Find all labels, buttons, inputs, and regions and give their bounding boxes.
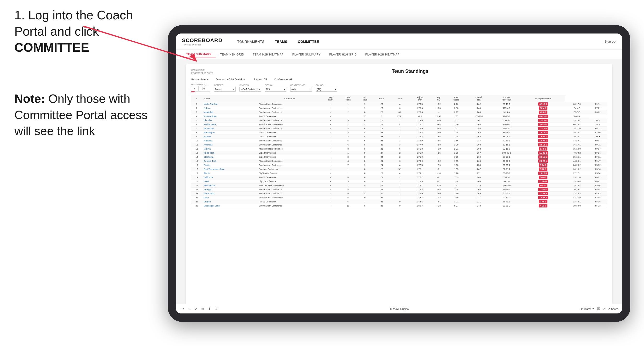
conference-filter: Conference: All: [274, 78, 293, 81]
table-cell: 4: [391, 171, 409, 175]
sub-nav-team-h2h-grid[interactable]: TEAM H2H GRID: [216, 52, 248, 57]
col-avg-sg: Avg.SG: [431, 95, 447, 102]
min-val-box[interactable]: 4: [191, 86, 199, 91]
view-original-btn[interactable]: ⊞ View: Original: [390, 307, 409, 310]
sub-nav-player-h2h-grid[interactable]: PLAYER H2H GRID: [325, 52, 361, 57]
table-cell: -3.5: [431, 151, 447, 155]
table-cell: 33-25-2: [521, 123, 566, 127]
division-select[interactable]: NCAA Division I ▾: [240, 87, 261, 92]
table-cell: 42-16-0: [521, 102, 566, 106]
table-cell: -3.1: [431, 200, 447, 204]
table-cell: 83-15-0: [492, 147, 521, 151]
table-cell: 276.9: [409, 155, 431, 159]
table-cell: -5.5: [431, 127, 447, 131]
table-cell: 1.90: [447, 143, 466, 147]
watch-btn[interactable]: 👁 Watch ▾: [580, 307, 594, 310]
table-cell: 12: [191, 147, 202, 151]
table-cell: 273.5: [409, 102, 431, 106]
clock-icon[interactable]: ⏱: [214, 307, 218, 311]
table-cell: 68.38: [589, 200, 607, 204]
nav-tournaments[interactable]: TOURNAMENTS: [232, 38, 270, 45]
undo-icon[interactable]: ↩: [180, 307, 185, 311]
table-cell: 100-27-1: [466, 114, 492, 118]
table-cell: 269: [466, 179, 492, 183]
table-row: 6Florida StateAtlantic Coast Conference–…: [191, 123, 607, 127]
refresh-icon[interactable]: ⟳: [194, 307, 198, 311]
table-cell: 3: [391, 139, 409, 143]
table-cell: 29-15-1: [566, 118, 589, 123]
table-cell: 60-39-2: [492, 204, 521, 208]
table-cell: 30-4-0: [521, 106, 566, 110]
table-cell: 60.71: [589, 143, 607, 147]
logo-text: SCOREBOARD: [182, 37, 222, 43]
region-select[interactable]: N/A ▾: [265, 87, 286, 92]
table-cell: 9: [191, 135, 202, 139]
table-cell: 271: [466, 200, 492, 204]
table-cell: –: [322, 143, 340, 147]
table-cell: 6: [340, 143, 357, 147]
table-cell: 23: [373, 131, 391, 135]
table-cell: 29-21-0: [566, 175, 589, 179]
table-cell: 8: [357, 143, 373, 147]
nav-teams[interactable]: TEAMS: [270, 38, 293, 45]
max-val-box[interactable]: 30: [200, 86, 207, 91]
sub-nav-team-h2h-heatmap[interactable]: TEAM H2H HEATMAP: [248, 52, 288, 57]
conference-select[interactable]: (All) ▾: [290, 87, 312, 92]
table-cell: 63.3: [589, 135, 607, 139]
table-cell: 20-39-1: [566, 187, 589, 192]
table-cell: 27: [373, 123, 391, 127]
table-cell: 61-21-0: [492, 127, 521, 131]
col-overall: OverallRd.: [466, 95, 492, 102]
table-cell: 270: [466, 204, 492, 208]
expand-btn[interactable]: ⤢: [603, 307, 605, 310]
download-icon[interactable]: ⬇: [207, 307, 212, 311]
gender-filter: Gender: Men's: [191, 78, 209, 81]
table-cell: 17-33-4: [521, 179, 566, 183]
redo-icon[interactable]: ↪: [187, 307, 192, 311]
table-cell: Mississippi State: [202, 204, 258, 208]
table-cell: –: [322, 127, 340, 131]
table-cell: 276.9: [409, 139, 431, 143]
table-cell: 88-17-0: [492, 102, 521, 106]
copy-icon[interactable]: ⊞: [200, 307, 205, 311]
gender-select[interactable]: Men's ▾: [214, 87, 236, 92]
table-cell: 1: [340, 102, 357, 106]
table-cell: 1: [340, 183, 357, 187]
table-cell: 18-12-1: [521, 131, 566, 135]
nav-committee[interactable]: COMMITTEE: [293, 38, 324, 45]
table-cell: 278.7: [409, 183, 431, 187]
table-cell: 217: [466, 139, 492, 143]
table-cell: –: [322, 171, 340, 175]
table-row: 17East Tennessee StateSouthern Conferenc…: [191, 167, 607, 171]
table-cell: 59.71: [589, 155, 607, 159]
table-cell: 8: [357, 155, 373, 159]
comment-btn[interactable]: 💬: [597, 307, 600, 310]
sub-nav-team-summary[interactable]: TEAM SUMMARY: [182, 52, 216, 57]
table-cell: 4: [340, 127, 357, 131]
share-btn[interactable]: ↗ Share: [608, 307, 618, 310]
table-cell: 2.77: [447, 110, 466, 114]
table-cell: 1: [191, 102, 202, 106]
min-rounds-slider[interactable]: [191, 91, 210, 92]
table-cell: Atlantic Coast Conference: [258, 147, 322, 151]
bottom-toolbar: ↩ ↪ ⟳ ⊞ ⬇ ⏱ ⊞ View: Original 👁 Watch ▾ 💬: [176, 304, 622, 314]
table-cell: 26: [373, 110, 391, 114]
table-cell: 2: [391, 127, 409, 131]
table-cell: 60.94: [589, 139, 607, 143]
table-cell: 1: [391, 183, 409, 187]
table-cell: 2.11: [447, 127, 466, 131]
sign-out-link[interactable]: Sign out: [605, 40, 616, 43]
table-cell: 268: [466, 135, 492, 139]
sub-nav-player-h2h-heatmap[interactable]: PLAYER H2H HEATMAP: [361, 52, 404, 57]
table-cell: 16: [191, 163, 202, 167]
table-cell: -6.0: [431, 147, 447, 151]
table-cell: 91-6-0: [492, 110, 521, 114]
table-cell: 24: [191, 196, 202, 200]
school-select[interactable]: (All) ▾: [316, 87, 337, 92]
table-cell: 1.63: [447, 163, 466, 167]
table-cell: -3.6: [431, 139, 447, 143]
table-cell: 9: [357, 106, 373, 110]
sub-nav-player-summary[interactable]: PLAYER SUMMARY: [288, 52, 325, 57]
table-cell: Southeastern Conference: [258, 204, 322, 208]
table-cell: Oklahoma: [202, 155, 258, 159]
